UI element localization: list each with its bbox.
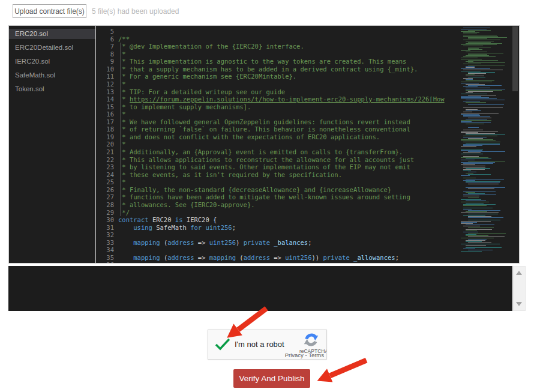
minimap-line — [461, 222, 477, 223]
file-item[interactable]: SafeMath.sol — [9, 70, 95, 80]
file-item[interactable]: Token.sol — [9, 84, 95, 94]
minimap-line — [466, 235, 488, 236]
code-line: 31 using SafeMath for uint256; — [96, 224, 519, 232]
minimap-line — [468, 73, 486, 74]
minimap-line — [463, 215, 485, 216]
minimap-line — [466, 225, 494, 225]
minimap-line — [461, 160, 475, 160]
minimap-line — [461, 139, 493, 140]
minimap-line — [468, 118, 491, 118]
minimap-line — [461, 29, 487, 29]
minimap-line — [463, 226, 480, 226]
minimap-line — [461, 114, 479, 115]
minimap-line — [466, 100, 505, 100]
minimap-line — [461, 207, 508, 207]
recaptcha-privacy-terms[interactable]: Privacy - Terms — [285, 352, 324, 358]
minimap-line — [461, 83, 479, 83]
code-line: 18 * of returning `false` on failure. Th… — [96, 125, 519, 133]
verify-and-publish-button[interactable]: Verify And Publish — [233, 369, 310, 388]
minimap-line — [461, 223, 473, 224]
minimap-line — [468, 72, 495, 73]
minimap-line — [466, 134, 505, 135]
minimap-line — [466, 203, 484, 204]
minimap-line — [468, 77, 485, 77]
minimap-line — [463, 232, 478, 232]
minimap-line — [461, 106, 508, 106]
minimap-line — [461, 251, 482, 252]
minimap-line — [461, 162, 495, 163]
upload-contract-button[interactable]: Upload contract file(s) — [13, 4, 86, 18]
console-scrollbar[interactable] — [513, 266, 526, 311]
minimap-line — [466, 89, 505, 89]
upload-status-text: 5 file(s) had been uploaded — [92, 7, 179, 16]
minimap-line — [461, 113, 499, 113]
minimap-line — [466, 240, 485, 241]
minimap-line — [461, 108, 508, 109]
minimap-line — [463, 205, 487, 206]
minimap-line — [468, 217, 503, 218]
minimap-line — [466, 192, 475, 193]
minimap-line — [461, 31, 475, 32]
minimap-line — [468, 197, 479, 198]
minimap-line — [466, 76, 484, 76]
minimap-line — [461, 71, 481, 71]
editor-scrollbar[interactable] — [508, 26, 519, 263]
scroll-down-icon[interactable] — [516, 302, 522, 306]
minimap-line — [463, 116, 490, 117]
editor-scrollbar-thumb[interactable] — [512, 26, 518, 91]
minimap-line — [466, 88, 490, 88]
minimap-line — [463, 166, 485, 166]
code-area[interactable]: 56/**7 * @dev Implementation of the {IER… — [96, 26, 519, 263]
minimap-line — [463, 35, 497, 35]
minimap-line — [468, 95, 496, 95]
minimap-line — [461, 238, 494, 238]
minimap-line — [466, 187, 505, 188]
minimap-line — [466, 231, 477, 231]
minimap-line — [461, 44, 497, 45]
minimap-line — [461, 199, 481, 200]
minimap-line — [466, 234, 476, 235]
minimap-line — [461, 246, 508, 247]
minimap[interactable] — [461, 28, 508, 262]
minimap-line — [468, 227, 494, 228]
recaptcha-logo-icon — [303, 332, 319, 348]
minimap-line — [461, 202, 489, 202]
file-item[interactable]: ERC20.sol — [9, 29, 95, 39]
minimap-line — [463, 115, 480, 116]
minimap-line — [466, 168, 490, 169]
minimap-line — [468, 85, 502, 86]
minimap-line — [466, 229, 492, 230]
minimap-line — [463, 156, 479, 157]
minimap-line — [468, 53, 503, 53]
minimap-line — [468, 48, 479, 49]
code-line: 14 * https://forum.zeppelin.solutions/t/… — [96, 95, 519, 103]
minimap-line — [463, 136, 497, 136]
minimap-line — [466, 158, 491, 159]
minimap-line — [463, 101, 480, 101]
minimap-line — [468, 220, 500, 220]
minimap-line — [466, 90, 502, 91]
code-line: 9 * This implementation is agnostic to t… — [96, 58, 519, 65]
minimap-line — [463, 86, 478, 87]
minimap-line — [463, 152, 481, 153]
minimap-line — [461, 186, 508, 187]
minimap-line — [466, 67, 475, 68]
minimap-line — [466, 41, 494, 41]
minimap-line — [466, 119, 487, 119]
minimap-line — [461, 94, 487, 94]
minimap-line — [466, 109, 478, 110]
minimap-line — [463, 170, 471, 171]
recaptcha-label: I'm not a robot — [235, 340, 284, 349]
file-item[interactable]: ERC20Detailed.sol — [9, 43, 95, 53]
minimap-line — [463, 70, 503, 70]
minimap-line — [461, 125, 508, 125]
code-line: 15 * to implement supply mechanisms]. — [96, 103, 519, 111]
minimap-line — [461, 126, 508, 127]
scroll-up-icon[interactable] — [516, 271, 522, 275]
minimap-line — [466, 80, 494, 81]
file-item[interactable]: IERC20.sol — [9, 56, 95, 67]
minimap-line — [463, 249, 475, 249]
minimap-line — [461, 58, 478, 58]
minimap-line — [463, 130, 483, 130]
code-line: 26 * Finally, the non-standard {decrease… — [96, 186, 519, 194]
